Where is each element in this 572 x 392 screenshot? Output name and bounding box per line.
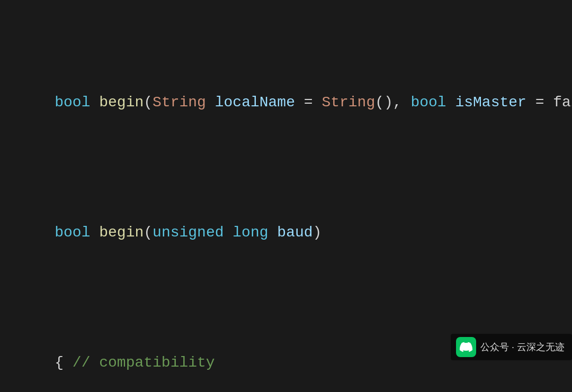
kw-bool: bool (55, 94, 90, 111)
watermark-icon (456, 337, 476, 357)
watermark-label: 公众号 · 云深之无迹 (480, 340, 565, 354)
code-line-2: bool begin(unsigned long baud) (19, 200, 553, 266)
code-block: bool begin(String localName = String(), … (0, 0, 572, 392)
watermark: 公众号 · 云深之无迹 (451, 334, 572, 360)
code-line-1: bool begin(String localName = String(), … (19, 70, 553, 135)
